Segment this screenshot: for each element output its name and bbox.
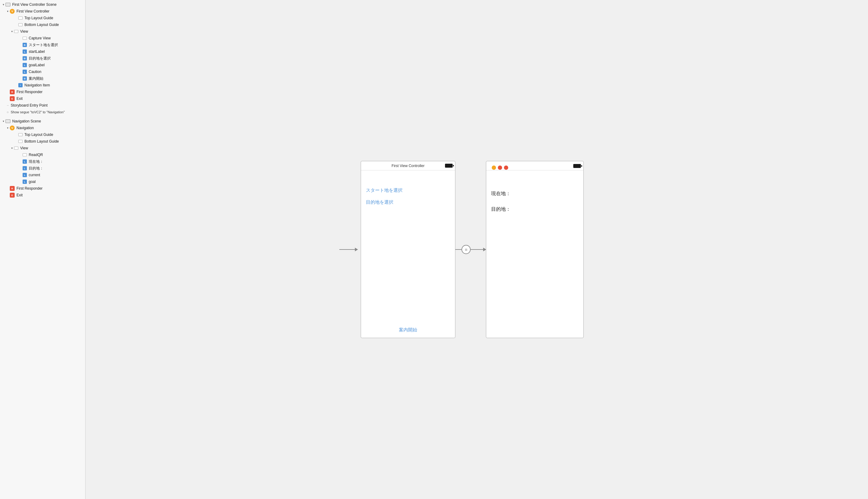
- top-layout-label: Top Layout Guide: [24, 16, 53, 20]
- sidebar-item-top-layout[interactable]: Top Layout Guide: [0, 15, 85, 21]
- segue-line: ⊞: [455, 245, 486, 254]
- segue-circle[interactable]: ⊞: [462, 245, 470, 254]
- sidebar-item-nav-top-layout[interactable]: Top Layout Guide: [0, 131, 85, 138]
- sidebar-item-nav-first-responder[interactable]: R First Responder: [0, 185, 85, 192]
- tl-yellow: [492, 166, 496, 170]
- arrow-first-vc: ▾: [5, 10, 10, 13]
- second-frame-header: [486, 161, 583, 170]
- sidebar-item-storyboard-entry[interactable]: → Storyboard Entry Point: [0, 102, 85, 109]
- genzaichi-label: 現在地：: [29, 159, 44, 164]
- capture-view-icon: [23, 37, 27, 40]
- nav-btn-canvas[interactable]: 案内開始: [399, 327, 417, 333]
- goal-btn-canvas[interactable]: 目的地を選択: [366, 199, 393, 205]
- nav-bottom-layout-label: Bottom Layout Guide: [24, 139, 59, 144]
- segue-arrow: ⊞: [455, 245, 486, 254]
- sidebar-item-navigation-scene[interactable]: ▾ Navigation Scene: [0, 118, 85, 125]
- goal-btn-label: 目的地を選択: [29, 56, 51, 61]
- first-vc-label: First View Controller: [16, 9, 49, 13]
- caution-label: Caution: [29, 70, 41, 74]
- goal2-label: goal: [29, 180, 36, 184]
- sidebar-item-nav-exit[interactable]: E Exit: [0, 192, 85, 198]
- show-segue-label: Show segue "toVC2" to "Navigation": [11, 110, 65, 114]
- entry-arrow-line: [339, 249, 358, 250]
- nav-responder-icon: R: [10, 186, 15, 191]
- battery-icon-first: [445, 164, 453, 168]
- sidebar-item-navigation-vc[interactable]: ▾ V Navigation: [0, 125, 85, 131]
- mokutekichi-label: 目的地：: [29, 166, 44, 171]
- layout-icon-bottom: [18, 23, 23, 26]
- sidebar-item-goal-label[interactable]: L goalLabel: [0, 62, 85, 69]
- nav-first-responder-label: First Responder: [16, 186, 42, 191]
- sidebar-item-mokutekichi[interactable]: L 目的地：: [0, 165, 85, 172]
- start-btn-canvas[interactable]: スタート地を選択: [366, 187, 403, 193]
- sidebar-item-start-label[interactable]: L startLabel: [0, 48, 85, 55]
- sidebar-item-readqr[interactable]: ReadQR: [0, 151, 85, 158]
- sidebar-item-capture-view[interactable]: Capture View: [0, 35, 85, 41]
- b-icon-nav-start: B: [23, 76, 27, 81]
- storyboard-entry-label: Storyboard Entry Point: [11, 103, 48, 108]
- traffic-lights: [489, 163, 511, 172]
- view-label: View: [20, 29, 28, 34]
- sidebar-item-start-btn[interactable]: B スタート地を選択: [0, 41, 85, 48]
- navigation-scene-label: Navigation Scene: [12, 119, 41, 123]
- nav-exit-label: Exit: [16, 193, 23, 197]
- l-icon-current: L: [23, 173, 27, 177]
- second-frame-content: 現在地： 目的地：: [486, 170, 583, 223]
- layout-icon-top: [18, 16, 23, 20]
- entry-arrow: [339, 249, 358, 250]
- start-label-label: startLabel: [29, 49, 45, 54]
- sidebar-item-nav-start[interactable]: B 案内開始: [0, 75, 85, 82]
- nav-top-layout-label: Top Layout Guide: [24, 133, 53, 137]
- nav-item-label: Navigation Item: [24, 83, 50, 87]
- canvas: First View Controller スタート地を選択 目的地を選択 案内…: [86, 0, 868, 499]
- scene-icon-first: [5, 3, 10, 7]
- first-iphone-frame: First View Controller スタート地を選択 目的地を選択 案内…: [361, 161, 455, 338]
- sidebar-item-caution[interactable]: L Caution: [0, 69, 85, 75]
- first-title-text: First View Controller: [392, 164, 425, 168]
- arrow-navigation-scene: ▾: [1, 120, 5, 123]
- sidebar-item-nav-bottom-layout[interactable]: Bottom Layout Guide: [0, 138, 85, 145]
- second-frame: 現在地： 目的地：: [486, 161, 584, 338]
- arrow-first-vc-scene: ▾: [1, 3, 5, 6]
- sidebar-item-exit[interactable]: E Exit: [0, 95, 85, 102]
- layout-icon-nav-top: [18, 133, 23, 136]
- sidebar-item-nav-item[interactable]: ‹ Navigation Item: [0, 82, 85, 88]
- tl-orange: [498, 166, 502, 170]
- vc-icon-nav: V: [10, 125, 15, 130]
- nav-item-icon: ‹: [18, 83, 23, 87]
- nav-start-label: 案内開始: [29, 76, 44, 81]
- mokutekichi-canvas: 目的地：: [491, 206, 578, 212]
- navigation-vc-label: Navigation: [16, 126, 34, 130]
- b-icon-goal: B: [23, 56, 27, 60]
- first-responder-label: First Responder: [16, 90, 42, 94]
- l-icon-start: L: [23, 49, 27, 54]
- start-btn-label: スタート地を選択: [29, 42, 58, 48]
- sidebar-item-show-segue[interactable]: ○ Show segue "toVC2" to "Navigation": [0, 109, 85, 115]
- bottom-layout-label: Bottom Layout Guide: [24, 23, 59, 27]
- sidebar-item-first-responder[interactable]: R First Responder: [0, 88, 85, 95]
- nav-view-label: View: [20, 146, 28, 150]
- sidebar-item-first-vc-scene[interactable]: ▾ First View Controller Scene: [0, 1, 85, 8]
- scene-icon-nav: [5, 119, 10, 123]
- sidebar-item-current[interactable]: L current: [0, 172, 85, 178]
- arrow-nav-view: ▾: [10, 147, 14, 150]
- sidebar-item-nav-view[interactable]: ▾ View: [0, 145, 85, 151]
- b-icon-start: B: [23, 43, 27, 47]
- sidebar[interactable]: ▾ First View Controller Scene ▾ V First …: [0, 0, 86, 499]
- sidebar-item-bottom-layout[interactable]: Bottom Layout Guide: [0, 21, 85, 28]
- sidebar-item-view[interactable]: ▾ View: [0, 28, 85, 35]
- arrow-view: ▾: [10, 30, 14, 33]
- responder-icon: R: [10, 89, 15, 94]
- sidebar-item-goal2[interactable]: L goal: [0, 178, 85, 185]
- nav-view-icon: [14, 147, 18, 150]
- vc-icon-first: V: [10, 9, 15, 14]
- first-vc-scene-label: First View Controller Scene: [12, 2, 57, 7]
- sidebar-item-goal-btn[interactable]: B 目的地を選択: [0, 55, 85, 62]
- canvas-inner: First View Controller スタート地を選択 目的地を選択 案内…: [339, 155, 614, 344]
- exit-icon: E: [10, 96, 15, 101]
- sidebar-item-genzaichi[interactable]: L 現在地：: [0, 158, 85, 165]
- battery-icon-second: [573, 164, 581, 168]
- first-iphone-content: スタート地を選択 目的地を選択 案内開始: [361, 170, 455, 338]
- sidebar-item-first-vc[interactable]: ▾ V First View Controller: [0, 8, 85, 15]
- capture-view-label: Capture View: [29, 36, 51, 40]
